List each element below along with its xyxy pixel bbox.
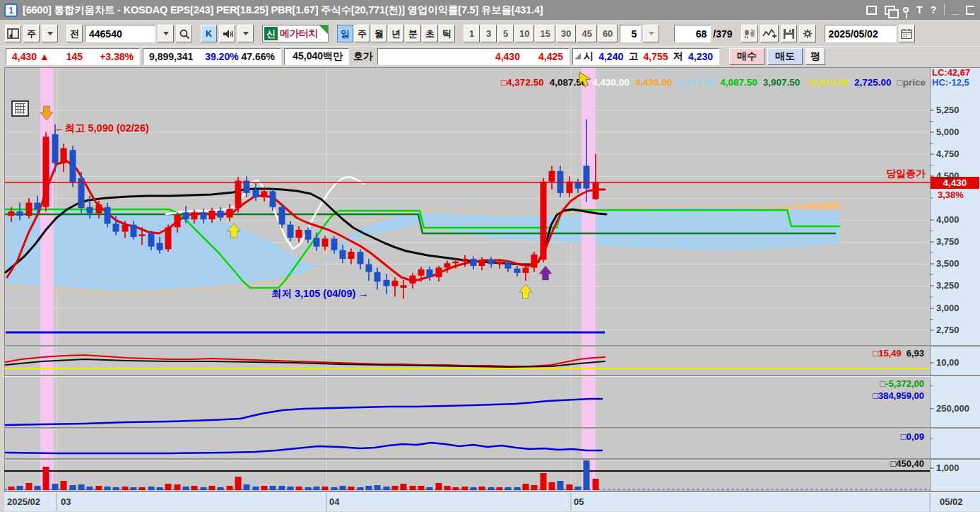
pin-icon[interactable] bbox=[903, 7, 909, 13]
timeframe-button-주[interactable]: 주 bbox=[354, 25, 370, 42]
current-price: 4,430 ▲ bbox=[12, 51, 49, 62]
sound-dropdown-button[interactable] bbox=[237, 25, 254, 42]
resize-grip-icon[interactable] bbox=[574, 53, 581, 59]
timeframe-button-group: 일주월년분초틱 bbox=[337, 25, 455, 42]
trade-value: 45,040백만 bbox=[293, 50, 343, 63]
settings-button[interactable] bbox=[799, 25, 816, 42]
price-change-pct: +3.38% bbox=[100, 51, 134, 62]
bar-total-label: /379 bbox=[713, 28, 732, 40]
high-label: 고 bbox=[628, 50, 638, 63]
layout-split-icon bbox=[7, 28, 19, 39]
minute-select-dropdown[interactable] bbox=[643, 25, 659, 42]
k-mode-button[interactable]: K bbox=[201, 25, 217, 42]
minute-button-60[interactable]: 60 bbox=[598, 25, 618, 42]
indicator-add-button[interactable] bbox=[760, 25, 779, 42]
chart-toolbar: 주 전 446540 K 신 메가터치 일주월년분초틱 135101530456… bbox=[0, 20, 980, 46]
hoga-field: 4,430 4,425 bbox=[377, 48, 569, 65]
calendar-icon bbox=[901, 28, 912, 39]
speaker-icon bbox=[222, 29, 233, 39]
timeframe-button-분[interactable]: 분 bbox=[405, 25, 421, 42]
volume-ratio: 47.66% bbox=[242, 51, 275, 62]
gear-icon bbox=[801, 28, 814, 40]
text-tool-icon[interactable]: T bbox=[916, 4, 923, 16]
up-arrow-icon: ▲ bbox=[40, 51, 49, 62]
price-change: 145 bbox=[66, 51, 83, 62]
layout-split-button[interactable] bbox=[5, 25, 21, 42]
turnover-pct: 39.20% bbox=[205, 51, 238, 62]
floppy-save-icon bbox=[783, 28, 795, 40]
chevron-down-icon bbox=[47, 32, 53, 35]
price-axis-column[interactable] bbox=[930, 67, 980, 492]
chevron-down-icon bbox=[163, 32, 169, 35]
calendar-button[interactable] bbox=[899, 25, 915, 42]
maximize-icon[interactable] bbox=[966, 6, 974, 15]
date-axis-row[interactable] bbox=[4, 492, 980, 511]
stock-code-value: 446540 bbox=[89, 28, 122, 40]
window-title: [6600] 통합키움차트 - KOSDAQ EPS[243] PER[18.2… bbox=[23, 4, 861, 17]
timeframe-button-년[interactable]: 년 bbox=[388, 25, 404, 42]
trade-value-field: 45,040백만 bbox=[284, 48, 349, 65]
chevron-down-icon bbox=[649, 32, 654, 35]
low-label: 저 bbox=[673, 50, 683, 63]
minute-button-3[interactable]: 3 bbox=[480, 25, 497, 42]
code-dropdown-button[interactable] bbox=[158, 25, 174, 42]
date-input[interactable]: 2025/05/02 bbox=[825, 25, 897, 42]
window-titlebar[interactable]: 1 [6600] 통합키움차트 - KOSDAQ EPS[243] PER[18… bbox=[0, 0, 980, 20]
price-field: 4,430 ▲ 145 +3.38% bbox=[6, 48, 140, 65]
minute-button-30[interactable]: 30 bbox=[556, 25, 576, 42]
footprint-tool-button[interactable] bbox=[741, 25, 758, 42]
minute-select-value: 5 bbox=[632, 28, 637, 40]
period-main-button[interactable]: 주 bbox=[23, 25, 40, 42]
dock-window-icon[interactable] bbox=[866, 6, 877, 15]
chart-panels-background bbox=[4, 67, 930, 492]
minute-button-1[interactable]: 1 bbox=[464, 25, 480, 42]
minute-button-group: 1351015304560 bbox=[464, 25, 618, 42]
save-button[interactable] bbox=[781, 25, 797, 42]
help-icon[interactable]: ? bbox=[931, 4, 937, 16]
timeframe-button-초[interactable]: 초 bbox=[422, 25, 438, 42]
titlebar-divider bbox=[944, 4, 945, 16]
ohl-field: 시 4,240 고 4,755 저 4,230 bbox=[572, 48, 719, 65]
low-price: 4,230 bbox=[688, 51, 713, 62]
bar-index-input[interactable]: 68 bbox=[674, 25, 711, 42]
volume-value: 9,899,341 bbox=[149, 51, 193, 62]
corner-flag-icon bbox=[319, 25, 328, 34]
bar-index-value: 68 bbox=[696, 28, 707, 40]
minute-button-5[interactable]: 5 bbox=[497, 25, 514, 42]
timeframe-button-일[interactable]: 일 bbox=[337, 25, 353, 42]
volume-field: 9,899,341 39.20% 47.66% bbox=[143, 48, 281, 65]
chart-canvas[interactable] bbox=[0, 66, 980, 512]
minute-button-45[interactable]: 45 bbox=[577, 25, 596, 42]
quote-bar: 4,430 ▲ 145 +3.38% 9,899,341 39.20% 47.6… bbox=[0, 46, 980, 66]
period-dropdown-button[interactable] bbox=[42, 25, 58, 42]
minimize-icon[interactable]: _ bbox=[952, 4, 958, 16]
sell-button[interactable]: 매도 bbox=[767, 48, 803, 65]
open-label: 시 bbox=[584, 50, 594, 62]
timeframe-button-월[interactable]: 월 bbox=[371, 25, 387, 42]
avg-button[interactable]: 평 bbox=[805, 48, 825, 65]
chevron-down-icon bbox=[243, 32, 249, 35]
chart-line-plus-icon bbox=[762, 28, 777, 40]
hoga-label: 호가 bbox=[352, 50, 374, 63]
new-listing-badge: 신 bbox=[264, 27, 278, 40]
ask-price: 4,430 bbox=[495, 51, 520, 62]
high-price: 4,755 bbox=[644, 51, 668, 62]
stock-name: 메가터치 bbox=[280, 28, 318, 40]
window-number-badge: 1 bbox=[4, 4, 18, 17]
minute-button-10[interactable]: 10 bbox=[514, 25, 534, 42]
search-icon bbox=[179, 28, 190, 40]
buy-button[interactable]: 매수 bbox=[729, 48, 764, 65]
search-button[interactable] bbox=[176, 25, 192, 42]
duplicate-window-icon[interactable] bbox=[885, 6, 895, 15]
sound-button[interactable] bbox=[219, 25, 235, 42]
footprints-icon bbox=[743, 28, 756, 40]
stock-name-box[interactable]: 신 메가터치 bbox=[262, 25, 329, 42]
minute-button-15[interactable]: 15 bbox=[535, 25, 555, 42]
prev-stock-button[interactable]: 전 bbox=[66, 25, 83, 42]
bid-price: 4,425 bbox=[538, 51, 563, 62]
stock-code-input[interactable]: 446540 bbox=[85, 25, 155, 42]
minute-select[interactable]: 5 bbox=[620, 25, 641, 42]
open-price: 4,240 bbox=[598, 51, 623, 62]
timeframe-button-틱[interactable]: 틱 bbox=[439, 25, 455, 42]
date-value: 2025/05/02 bbox=[829, 28, 878, 40]
